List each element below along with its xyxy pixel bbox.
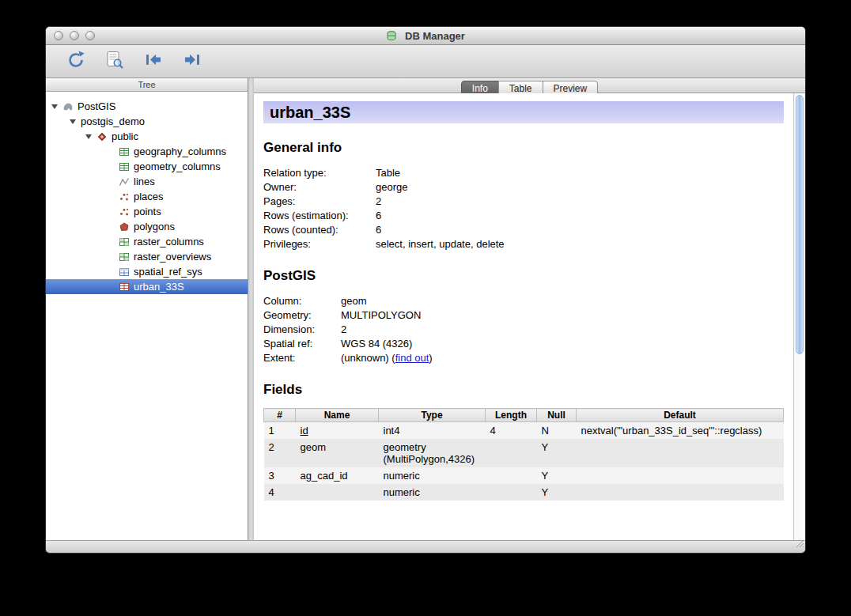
tree-item-raster-overviews[interactable]: raster_overviews (46, 249, 248, 264)
field-default (577, 484, 784, 501)
db-manager-app-icon (386, 30, 397, 41)
tree-item-label: raster_overviews (134, 251, 216, 263)
content-row: urban_33S General info Relation type:Tab… (254, 93, 805, 540)
tree-item-label: postgis_demo (81, 115, 149, 127)
db-manager-window: DB Manager Tree (45, 26, 806, 554)
disclosure-triangle-icon[interactable] (85, 134, 92, 139)
fields-header-row: # Name Type Length Null Default (264, 409, 784, 422)
field-null: Y (537, 439, 577, 467)
titlebar[interactable]: DB Manager (46, 27, 805, 45)
system-table-icon (119, 266, 130, 278)
row-label: Extent: (263, 351, 341, 365)
import-arrow-icon (143, 50, 164, 74)
row-value: geom (341, 294, 367, 308)
col-header-num: # (264, 409, 296, 422)
field-default: nextval('"urban_33S_id_seq"'::regclass) (577, 422, 784, 440)
field-null: Y (537, 484, 577, 501)
sql-window-icon (104, 50, 125, 74)
disclosure-triangle-icon[interactable] (70, 119, 76, 124)
tree-item-raster-columns[interactable]: raster_columns (46, 234, 248, 249)
field-default (577, 467, 784, 484)
tree-item-polygons[interactable]: polygons (46, 219, 248, 234)
minimize-window-button[interactable] (70, 31, 79, 40)
import-layer-button[interactable] (142, 51, 165, 73)
detail-panel: Info Table Preview urban_33S General inf… (254, 78, 805, 540)
field-row: 1 id int4 4 N nextval('"urban_33S_id_seq… (264, 422, 784, 440)
postgis-heading: PostGIS (263, 268, 784, 284)
tree-item-label: public (112, 130, 143, 142)
export-arrow-icon (182, 50, 202, 74)
tree-item-urban-33s[interactable]: urban_33S (46, 279, 248, 294)
tree-item-label: geography_columns (134, 145, 231, 157)
tree-item-geography-columns[interactable]: geography_columns (46, 144, 248, 159)
refresh-button[interactable] (65, 51, 87, 73)
tree-item-label: PostGIS (78, 100, 120, 112)
zoom-window-button[interactable] (85, 31, 95, 40)
row-value: (unknown) (find out) (341, 351, 433, 365)
fields-table: # Name Type Length Null Default 1 (263, 408, 784, 501)
field-default (577, 439, 784, 467)
tree-item-public[interactable]: public (46, 129, 248, 144)
field-length (486, 439, 537, 467)
row-value: george (376, 180, 407, 195)
info-row: Spatial ref:WGS 84 (4326) (263, 337, 784, 351)
field-row: 3 ag_cad_id numeric Y (264, 467, 784, 484)
row-label: Geometry: (263, 308, 341, 323)
info-row: Column:geom (263, 294, 784, 308)
info-row: Privileges:select, insert, update, delet… (263, 237, 784, 251)
info-row: Owner:george (263, 180, 784, 195)
row-label: Owner: (263, 180, 376, 195)
close-window-button[interactable] (54, 31, 63, 40)
tree-item-label: polygons (134, 221, 180, 232)
table-icon (119, 146, 130, 157)
row-label: Pages: (263, 195, 376, 209)
field-type: numeric (379, 484, 486, 501)
tree-item-postgis-demo[interactable]: postgis_demo (46, 114, 248, 129)
resize-grip[interactable] (794, 537, 804, 551)
info-row: Pages:2 (263, 195, 784, 209)
raster-table-icon (119, 236, 130, 248)
refresh-icon (66, 50, 86, 74)
row-label: Rows (counted): (263, 223, 376, 237)
row-value: Table (376, 166, 400, 180)
geometry-table-icon (119, 282, 130, 293)
vertical-scrollbar[interactable] (793, 93, 805, 540)
panel-splitter[interactable] (248, 78, 254, 540)
info-row: Rows (counted):6 (263, 223, 784, 237)
scrollbar-thumb[interactable] (796, 95, 804, 354)
db-tree[interactable]: PostGIS postgis_demo public geography_co… (46, 92, 248, 540)
extent-value: (unknown) (341, 352, 389, 364)
status-bar (46, 540, 805, 552)
tree-item-places[interactable]: places (46, 189, 248, 204)
point-layer-icon (119, 191, 130, 202)
info-content: urban_33S General info Relation type:Tab… (254, 93, 793, 540)
tree-item-label: lines (134, 176, 160, 187)
toolbar (46, 45, 805, 78)
tree-item-postgis[interactable]: PostGIS (46, 99, 248, 114)
col-header-null: Null (537, 409, 577, 422)
col-header-name: Name (296, 409, 379, 422)
tree-item-lines[interactable]: lines (46, 174, 248, 189)
export-layer-button[interactable] (181, 51, 203, 73)
row-label: Spatial ref: (263, 337, 341, 351)
tree-item-spatial-ref-sys[interactable]: spatial_ref_sys (46, 264, 248, 279)
window-title-area: DB Manager (386, 30, 465, 42)
row-value: 2 (376, 195, 381, 209)
field-length (486, 484, 537, 501)
field-null: N (537, 422, 577, 440)
tree-item-label: urban_33S (134, 281, 189, 293)
row-value: select, insert, update, delete (376, 237, 505, 251)
disclosure-triangle-icon[interactable] (51, 104, 58, 109)
info-row: Geometry:MULTIPOLYGON (263, 308, 784, 323)
tree-item-geometry-columns[interactable]: geometry_columns (46, 159, 248, 174)
info-row: Rows (estimation):6 (263, 209, 784, 223)
main-area: Tree PostGIS postgis_demo public (46, 78, 805, 540)
row-label: Column: (263, 294, 341, 308)
field-name: ag_cad_id (296, 467, 379, 484)
sql-window-button[interactable] (104, 51, 126, 73)
tree-item-points[interactable]: points (46, 204, 248, 219)
info-row: Relation type:Table (263, 166, 784, 180)
field-length (486, 467, 537, 484)
find-out-link[interactable]: find out (395, 352, 429, 364)
field-name: geom (296, 439, 379, 467)
